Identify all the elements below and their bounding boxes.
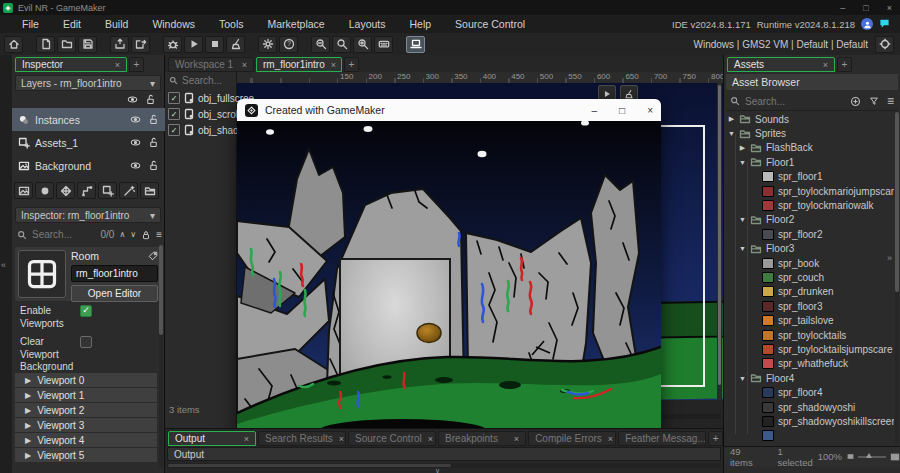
export-up-button[interactable] (110, 36, 129, 53)
menu-item-help[interactable]: Help (397, 18, 443, 30)
tree-sprite-item[interactable]: spr_floor2 (724, 227, 894, 241)
menu-item-source-control[interactable]: Source Control (443, 18, 537, 30)
close-icon[interactable]: × (115, 60, 120, 70)
tab-output[interactable]: Output× (168, 431, 256, 446)
asset-layer-button[interactable] (98, 182, 117, 199)
laptop-button[interactable] (406, 36, 425, 53)
effect-layer-button[interactable] (119, 182, 138, 199)
asset-search-input[interactable]: Search... (745, 96, 785, 107)
close-icon[interactable]: × (823, 60, 828, 70)
home-button[interactable] (4, 36, 23, 53)
tree-sprite-item[interactable]: spr_shadowyoshi (724, 400, 894, 414)
help-button[interactable]: ? (279, 36, 298, 53)
object-checkbox[interactable]: ✓ (168, 108, 180, 120)
tile-layer-button[interactable] (56, 182, 75, 199)
add-tab-button[interactable]: + (129, 57, 144, 72)
maximize-button[interactable]: □ (863, 3, 868, 13)
lock-open-icon[interactable] (148, 160, 159, 171)
object-row[interactable]: ✓obj_shader (165, 122, 236, 138)
folder-layer-button[interactable] (140, 182, 159, 199)
chevron-down-icon[interactable]: ∨ (130, 230, 136, 239)
object-checkbox[interactable]: ✓ (168, 92, 180, 104)
add-tab-button[interactable]: + (837, 57, 852, 72)
background-layer-button[interactable] (14, 182, 33, 199)
tree-sprite-item[interactable]: spr_toylocktailsjumpscare (724, 342, 894, 356)
zoom-reset-button[interactable] (332, 36, 351, 53)
viewport-row-0[interactable]: ▶Viewport 0 (15, 373, 157, 387)
play-button[interactable] (184, 36, 203, 53)
close-icon[interactable]: × (514, 434, 519, 444)
instance-layer-button[interactable] (35, 182, 54, 199)
close-button[interactable]: × (887, 3, 892, 13)
zoom-out-button[interactable] (311, 36, 330, 53)
tree-folder-floor2[interactable]: ▼Floor2 (724, 213, 894, 227)
viewport-row-1[interactable]: ▶Viewport 1 (15, 388, 157, 402)
layer-row-instances[interactable]: Instances (12, 108, 165, 131)
minimize-button[interactable]: – (840, 3, 845, 13)
open-editor-button[interactable]: Open Editor (71, 285, 158, 302)
viewport-row-2[interactable]: ▶Viewport 2 (15, 403, 157, 417)
close-icon[interactable]: × (242, 60, 247, 70)
chevron-right-icon[interactable]: ▶ (728, 115, 735, 123)
tree-sprite-item[interactable]: spr_toylockmariowalk (724, 198, 894, 212)
tree-folder-sounds[interactable]: ▶Sounds (724, 112, 894, 126)
close-icon[interactable]: × (331, 60, 336, 70)
close-icon[interactable]: × (244, 434, 249, 444)
tab-search-results[interactable]: Search Results× (258, 431, 346, 446)
gear-button[interactable] (258, 36, 277, 53)
lock-open-icon[interactable] (145, 94, 156, 107)
viewport-row-3[interactable]: ▶Viewport 3 (15, 418, 157, 432)
add-asset-icon[interactable] (850, 96, 861, 107)
menu-item-edit[interactable]: Edit (51, 18, 93, 30)
add-tab-button[interactable]: + (344, 57, 359, 72)
tree-sprite-item[interactable]: spr_shadowyoshikillscreen (724, 414, 894, 428)
object-row[interactable]: ✓obj_scroll (165, 106, 236, 122)
close-icon[interactable]: × (608, 434, 613, 444)
eye-icon[interactable] (127, 94, 138, 107)
maximize-button[interactable]: □ (619, 105, 625, 116)
file-new-button[interactable] (36, 36, 55, 53)
tab-rm_floor1intro[interactable]: rm_floor1intro× (256, 57, 342, 72)
tab-feather-messag-[interactable]: Feather Messag...× (618, 431, 706, 446)
export-right-button[interactable] (131, 36, 150, 53)
layer-row-assets_1[interactable]: Assets_1 (12, 131, 165, 154)
tree-sprite-item[interactable]: spr_floor4 (724, 385, 894, 399)
tree-folder-sprites[interactable]: ▼Sprites (724, 126, 894, 140)
enable-viewports-checkbox[interactable]: ✓ (80, 305, 92, 317)
tree-sprite-item[interactable]: spr_drunken (724, 285, 894, 299)
chevron-down-icon[interactable]: ▼ (739, 216, 746, 223)
menu-item-build[interactable]: Build (93, 18, 140, 30)
viewport-row-4[interactable]: ▶Viewport 4 (15, 433, 157, 447)
eye-icon[interactable] (130, 160, 141, 171)
inspector-target-dropdown[interactable]: Inspector: rm_floor1intro▾ (15, 207, 161, 223)
object-search-input[interactable]: Search... (182, 75, 222, 86)
tree-folder-floor4[interactable]: ▼Floor4 (724, 371, 894, 385)
canvas-vertical-scrollbar[interactable] (717, 83, 722, 400)
tree-sprite-item[interactable]: spr_book (724, 256, 894, 270)
zoom-in-button[interactable] (353, 36, 372, 53)
tree-sprite-item[interactable]: spr_toylockmariojumpscare (724, 184, 894, 198)
filter-icon[interactable] (869, 96, 879, 106)
tree-sprite-item[interactable] (724, 429, 894, 443)
room-name-field[interactable]: rm_floor1intro (71, 265, 158, 282)
chevron-down-icon[interactable]: ▼ (739, 375, 746, 382)
object-checkbox[interactable]: ✓ (168, 124, 180, 136)
lock-open-icon[interactable] (148, 137, 159, 148)
close-button[interactable]: × (647, 105, 653, 116)
add-tab-button[interactable]: + (708, 431, 723, 446)
close-icon[interactable]: × (339, 434, 344, 444)
tree-sprite-item[interactable]: spr_floor3 (724, 299, 894, 313)
chevron-right-icon[interactable]: ▶ (739, 144, 746, 152)
debug-button[interactable] (163, 36, 182, 53)
tree-folder-floor1[interactable]: ▼Floor1 (724, 155, 894, 169)
path-layer-button[interactable] (77, 182, 96, 199)
tab-compile-errors[interactable]: Compile Errors× (528, 431, 616, 446)
tab-assets[interactable]: Assets × (727, 57, 835, 72)
menu-icon[interactable]: ≡ (887, 94, 894, 108)
tag-icon[interactable] (148, 251, 158, 261)
tree-sprite-item[interactable]: spr_tailslove (724, 313, 894, 327)
close-icon[interactable]: × (428, 434, 433, 444)
tree-folder-floor3[interactable]: ▼Floor3 (724, 242, 894, 256)
tab-inspector[interactable]: Inspector × (15, 57, 127, 72)
chevron-up-icon[interactable]: ∧ (119, 230, 125, 239)
